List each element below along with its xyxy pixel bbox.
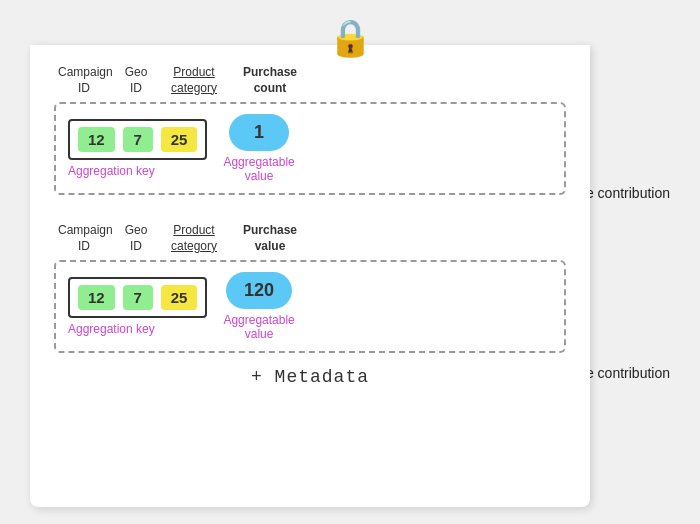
key-group-2: 12 7 25 (68, 277, 207, 318)
key-group-1: 12 7 25 (68, 119, 207, 160)
agg-key-label-1: Aggregation key (68, 164, 155, 178)
agg-value-bubble-2: 120 (226, 272, 292, 309)
cell-campaign-1: 12 (78, 127, 115, 152)
column-headers-1: Campaign ID Geo ID Product category Purc… (54, 65, 566, 96)
key-and-label-1: 12 7 25 Aggregation key (68, 119, 207, 178)
col-purchase-1: Purchase count (234, 65, 306, 96)
col-purchase-2: Purchase value (234, 223, 306, 254)
dashed-box-2: 12 7 25 Aggregation key 120 Aggregatable… (54, 260, 566, 353)
paper-card: Campaign ID Geo ID Product category Purc… (30, 45, 590, 507)
agg-key-label-2: Aggregation key (68, 322, 155, 336)
column-headers-2: Campaign ID Geo ID Product category Purc… (54, 223, 566, 254)
col-product-2: Product category (162, 223, 226, 254)
col-geo-2: Geo ID (118, 223, 154, 254)
agg-value-bubble-1: 1 (229, 114, 289, 151)
main-diagram: 🔒 One contribution One contribution Camp… (30, 17, 670, 507)
value-group-2: 120 Aggregatable value (223, 272, 294, 341)
col-product-1: Product category (162, 65, 226, 96)
cell-campaign-2: 12 (78, 285, 115, 310)
cell-geo-1: 7 (123, 127, 153, 152)
contribution-section-2: Campaign ID Geo ID Product category Purc… (54, 223, 566, 353)
value-group-1: 1 Aggregatable value (223, 114, 294, 183)
col-campaign-2: Campaign ID (58, 223, 110, 254)
cell-geo-2: 7 (123, 285, 153, 310)
cell-product-1: 25 (161, 127, 198, 152)
metadata-row: + Metadata (54, 367, 566, 387)
cell-product-2: 25 (161, 285, 198, 310)
spacer (54, 207, 566, 223)
col-geo-1: Geo ID (118, 65, 154, 96)
lock-icon: 🔒 (328, 17, 373, 59)
col-campaign-1: Campaign ID (58, 65, 110, 96)
dashed-box-1: 12 7 25 Aggregation key 1 Aggregatable v… (54, 102, 566, 195)
key-and-label-2: 12 7 25 Aggregation key (68, 277, 207, 336)
agg-value-label-2: Aggregatable value (223, 313, 294, 341)
agg-value-label-1: Aggregatable value (223, 155, 294, 183)
contribution-section-1: Campaign ID Geo ID Product category Purc… (54, 65, 566, 195)
